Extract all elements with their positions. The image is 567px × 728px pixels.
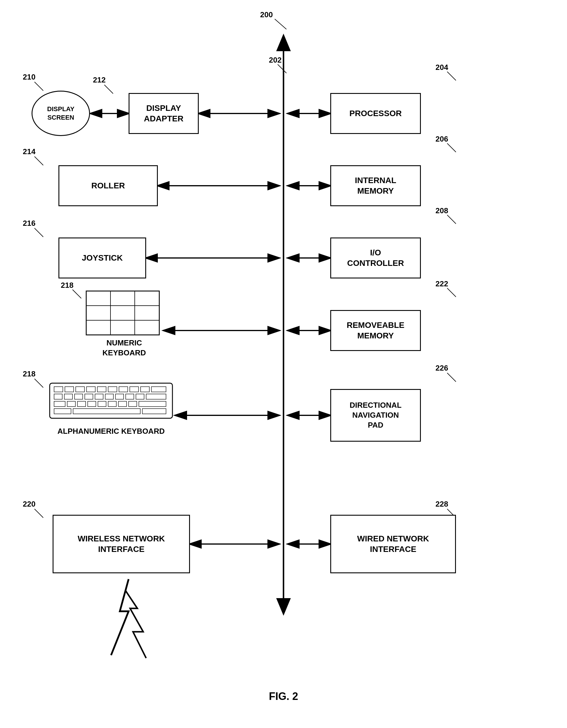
ref-220: 220 [23,500,35,509]
figure-caption: FIG. 2 [240,690,327,703]
numeric-keyboard-label: NUMERIC KEYBOARD [85,338,164,358]
ref-208: 208 [435,206,448,215]
svg-line-33 [35,509,43,518]
diagram: 200 202 204 206 208 210 212 214 216 218 … [0,0,567,728]
lightning-bolt-svg [105,576,152,658]
wired-network-label: WIRED NETWORK INTERFACE [357,533,429,555]
alphanumeric-keyboard-svg [47,380,175,424]
svg-marker-8 [276,598,291,616]
io-controller-label: I/O CONTROLLER [347,247,404,269]
svg-line-25 [447,143,456,152]
display-adapter-box: DISPLAY ADAPTER [129,93,199,134]
svg-line-23 [278,64,286,73]
directional-nav-box: DIRECTIONAL NAVIGATION PAD [330,389,421,442]
svg-line-34 [447,288,456,297]
processor-label: PROCESSOR [349,109,402,118]
removeable-memory-box: REMOVEABLE MEMORY [330,310,421,351]
roller-box: ROLLER [58,165,158,206]
svg-line-22 [275,19,286,29]
ref-200: 200 [260,10,273,19]
processor-box: PROCESSOR [330,93,421,134]
numeric-keyboard-container: NUMERIC KEYBOARD [85,290,164,348]
svg-line-32 [35,379,43,388]
ref-214: 214 [23,147,35,156]
ref-216: 216 [23,219,35,228]
numeric-keyboard-grid [85,290,164,336]
alphanumeric-keyboard-container: ALPHANUMERIC KEYBOARD [47,380,175,439]
svg-line-31 [73,290,81,298]
svg-line-29 [35,156,43,165]
svg-marker-7 [276,34,291,51]
display-screen-box: DISPLAY SCREEN [32,91,90,136]
svg-line-30 [35,228,43,237]
display-screen-label: DISPLAY SCREEN [47,105,74,122]
joystick-box: JOYSTICK [58,237,146,278]
svg-rect-42 [50,383,173,418]
joystick-label: JOYSTICK [82,253,123,263]
wireless-network-label: WIRELESS NETWORK INTERFACE [78,533,165,555]
wireless-network-box: WIRELESS NETWORK INTERFACE [53,515,190,573]
ref-218a: 218 [61,281,73,290]
svg-line-24 [447,72,456,80]
directional-nav-label: DIRECTIONAL NAVIGATION PAD [349,400,401,430]
removeable-memory-label: REMOVEABLE MEMORY [347,320,404,341]
ref-226: 226 [435,364,448,373]
internal-memory-label: INTERNAL MEMORY [355,175,396,197]
display-adapter-label: DISPLAY ADAPTER [144,103,183,124]
svg-line-27 [35,82,43,91]
ref-212: 212 [93,75,106,85]
roller-label: ROLLER [91,181,125,190]
ref-202: 202 [269,56,282,65]
svg-rect-37 [86,291,159,335]
ref-228: 228 [435,500,448,509]
svg-line-35 [447,373,456,382]
io-controller-box: I/O CONTROLLER [330,237,421,278]
ref-222: 222 [435,279,448,288]
alphanumeric-keyboard-label: ALPHANUMERIC KEYBOARD [47,427,175,436]
ref-204: 204 [435,63,448,72]
svg-line-28 [104,85,113,94]
ref-206: 206 [435,135,448,144]
ref-218b: 218 [23,369,35,378]
wired-network-box: WIRED NETWORK INTERFACE [330,515,456,573]
ref-210: 210 [23,73,35,82]
internal-memory-box: INTERNAL MEMORY [330,165,421,206]
svg-line-26 [447,215,456,224]
